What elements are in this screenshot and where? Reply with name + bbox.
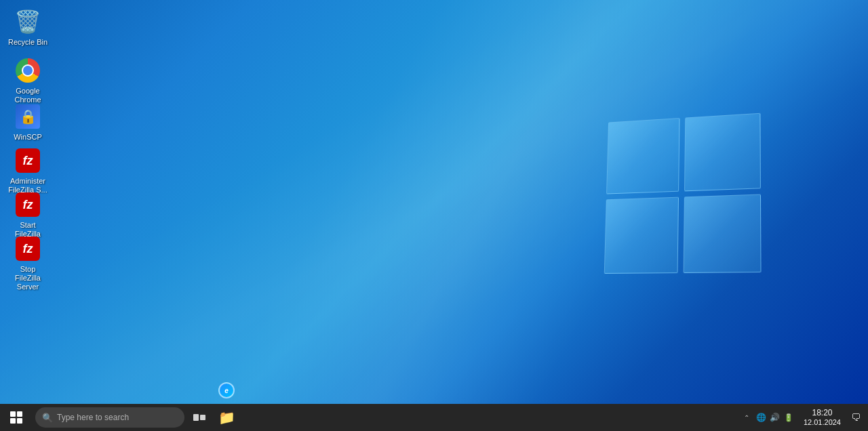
desktop-icon-label: WinSCP bbox=[14, 133, 42, 142]
logo-pane-br bbox=[684, 194, 762, 272]
system-tray: ⌃ 🌐 🔊 🔋 18:20 12.01.2024 🗨 bbox=[741, 404, 868, 431]
task-view-icon bbox=[193, 414, 205, 421]
desktop: 🗑️ Recycle Bin Google Chrome 🔒 WinSCP fz… bbox=[0, 0, 868, 404]
battery-icon[interactable]: 🔋 bbox=[782, 404, 795, 431]
notification-button[interactable]: 🗨 bbox=[846, 404, 865, 431]
chrome-icon bbox=[14, 57, 41, 84]
clock-time: 18:20 bbox=[812, 408, 832, 417]
tray-icons: 🌐 🔊 🔋 bbox=[752, 404, 798, 431]
tray-overflow-button[interactable]: ⌃ bbox=[741, 404, 752, 431]
filezilla-icon: fz bbox=[14, 147, 41, 174]
clock-date: 12.01.2024 bbox=[804, 418, 841, 427]
taskbar-app-ie[interactable]: e bbox=[212, 377, 241, 404]
network-icon[interactable]: 🌐 bbox=[755, 404, 768, 431]
desktop-icon-recycle-bin[interactable]: 🗑️ Recycle Bin bbox=[4, 5, 52, 49]
search-icon: 🔍 bbox=[42, 413, 53, 423]
taskbar-app-file-explorer[interactable]: 📁 bbox=[212, 404, 241, 431]
notification-icon: 🗨 bbox=[851, 412, 861, 423]
start-button[interactable] bbox=[0, 404, 33, 431]
taskbar: 🔍 Type here to search e📁 ⌃ 🌐 🔊 🔋 18:20 1… bbox=[0, 404, 868, 431]
search-placeholder-text: Type here to search bbox=[57, 413, 129, 422]
ie-icon: e bbox=[218, 382, 235, 398]
task-view-button[interactable] bbox=[187, 404, 212, 431]
file-explorer-icon: 📁 bbox=[218, 409, 235, 426]
taskbar-apps: e📁 bbox=[212, 377, 241, 431]
logo-pane-bl bbox=[604, 197, 679, 274]
desktop-icon-winscp[interactable]: 🔒 WinSCP bbox=[4, 100, 52, 144]
filezilla-icon: fz bbox=[14, 191, 41, 218]
search-bar[interactable]: 🔍 Type here to search bbox=[35, 407, 184, 428]
desktop-icon-label: Recycle Bin bbox=[8, 38, 47, 47]
recycle-bin-icon: 🗑️ bbox=[14, 8, 41, 35]
logo-pane-tr bbox=[684, 113, 761, 192]
start-icon bbox=[10, 411, 22, 424]
volume-icon[interactable]: 🔊 bbox=[768, 404, 782, 431]
winscp-icon: 🔒 bbox=[14, 103, 41, 130]
logo-pane-tl bbox=[606, 118, 679, 194]
clock[interactable]: 18:20 12.01.2024 bbox=[798, 404, 846, 431]
desktop-icon-label: Stop FileZilla Server bbox=[7, 265, 49, 292]
filezilla-icon: fz bbox=[14, 235, 41, 262]
windows-logo bbox=[604, 117, 760, 272]
desktop-icon-google-chrome[interactable]: Google Chrome bbox=[4, 54, 52, 107]
desktop-icon-stop-filezilla-server[interactable]: fz Stop FileZilla Server bbox=[4, 232, 52, 295]
